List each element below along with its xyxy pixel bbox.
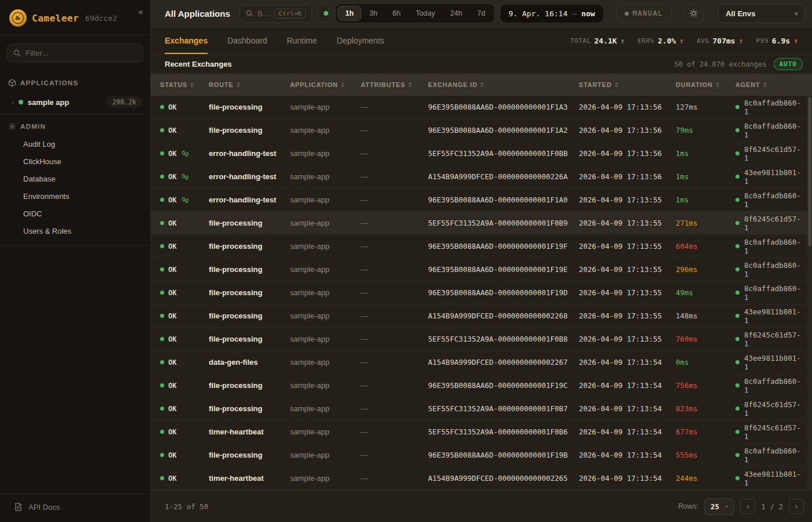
sidebar-item-users-roles[interactable]: Users & Roles — [0, 222, 150, 240]
column-header-route[interactable]: ROUTE — [209, 81, 290, 88]
table-row[interactable]: OKerror-handling-testsample-app—96E395B0… — [151, 188, 812, 212]
table-row[interactable]: OKfile-processingsample-app—96E395B0088A… — [151, 374, 812, 397]
cell-application: sample-app — [290, 242, 361, 251]
tab-exchanges[interactable]: Exchanges — [165, 27, 208, 54]
table-row[interactable]: OKfile-processingsample-app—5EF55FC31352… — [151, 397, 812, 420]
status-label: OK — [168, 382, 176, 390]
date-range-display[interactable]: 9. Apr. 16:14 – now — [501, 5, 603, 23]
table-row[interactable]: OKdata-gen-filessample-app—A154B9A999DFC… — [151, 351, 812, 374]
cell-application: sample-app — [290, 195, 361, 204]
health-status-pill[interactable]: O — [318, 4, 329, 23]
status-dot — [19, 100, 23, 104]
cell-exchange-id: 96E395B0088AA6D-000000000001F19B — [428, 451, 579, 459]
applications-label: APPLICATIONS — [20, 79, 78, 86]
gear-icon — [8, 122, 16, 130]
agent-id: 8c0affadb860-1 — [744, 191, 803, 209]
sidebar-item-sample-app[interactable]: › sample app 208.2k — [0, 92, 150, 114]
table-row[interactable]: OKfile-processingsample-app—96E395B0088A… — [151, 119, 812, 142]
cell-route: data-gen-files — [209, 358, 290, 367]
cell-agent: 8f6245c61d57-1 — [735, 215, 803, 232]
table-row[interactable]: OKtimer-heartbeatsample-app—A154B9A999DF… — [151, 467, 812, 490]
cell-agent: 43ee9811b801-1 — [735, 168, 803, 186]
sidebar-item-api-docs[interactable]: API Docs — [0, 494, 150, 522]
sidebar-item-oidc[interactable]: OIDC — [0, 205, 150, 222]
theme-toggle-button[interactable] — [683, 3, 704, 23]
table-row[interactable]: OKtimer-heartbeatsample-app—5EF55FC31352… — [151, 420, 812, 444]
cell-application: sample-app — [290, 219, 361, 227]
stat-p99: P996.9s↑ — [756, 37, 798, 45]
time-range-3h[interactable]: 3h — [362, 6, 385, 21]
table-row[interactable]: OKfile-processingsample-app—5EF55FC31352… — [151, 212, 812, 235]
table-row[interactable]: OKfile-processingsample-app—96E395B0088A… — [151, 444, 812, 467]
auto-refresh-badge[interactable]: AUTO — [774, 58, 803, 70]
cell-application: sample-app — [290, 335, 361, 343]
column-header-duration[interactable]: DURATION — [676, 81, 735, 88]
chevron-right-icon[interactable]: › — [12, 99, 14, 106]
tab-runtime[interactable]: Runtime — [287, 27, 317, 54]
table-row[interactable]: OKfile-processingsample-app—96E395B0088A… — [151, 281, 812, 304]
cell-duration: 127ms — [676, 103, 735, 111]
cell-attributes: — — [361, 427, 428, 436]
tab-deployments[interactable]: Deployments — [337, 27, 385, 54]
scrollbar-track[interactable] — [807, 96, 812, 490]
cell-attributes: — — [361, 126, 428, 135]
time-range-6h[interactable]: 6h — [386, 6, 408, 21]
agent-status-dot — [735, 383, 740, 387]
table-row[interactable]: OKerror-handling-testsample-app—A154B9A9… — [151, 165, 812, 188]
agent-status-dot — [735, 267, 740, 271]
sidebar-collapse-button[interactable]: « — [138, 7, 143, 17]
status-label: OK — [168, 474, 176, 483]
sidebar-filter[interactable] — [7, 44, 143, 63]
sidebar-spacer — [0, 246, 150, 494]
table-row[interactable]: OKfile-processingsample-app—5EF55FC31352… — [151, 328, 812, 351]
sidebar-item-audit-log[interactable]: Audit Log — [0, 135, 150, 153]
time-range-24h[interactable]: 24h — [443, 6, 469, 21]
time-range-1h[interactable]: 1h — [338, 6, 361, 21]
rows-per-page-select[interactable]: 25 ▾ — [704, 498, 734, 515]
global-search-button[interactable]: S… Ctrl+K — [240, 5, 312, 23]
cell-route: error-handling-test — [209, 172, 290, 181]
status-dot — [160, 407, 164, 411]
time-range-7d[interactable]: 7d — [470, 6, 492, 21]
prev-page-button[interactable]: ‹ — [740, 499, 755, 514]
time-range-group: 1h3h6hToday24h7d — [335, 3, 495, 23]
env-selected-value: All Envs — [726, 9, 755, 18]
table-row[interactable]: OKfile-processingsample-app—96E395B0088A… — [151, 258, 812, 281]
manual-refresh-button[interactable]: MANUAL — [616, 4, 672, 23]
cell-attributes: — — [361, 149, 428, 158]
pagination-bar: 1-25 of 50 Rows: 25 ▾ ‹ 1 / 2 › — [151, 490, 812, 522]
agent-status-dot — [735, 430, 740, 434]
next-page-button[interactable]: › — [789, 499, 804, 514]
column-header-exchange-id[interactable]: EXCHANGE ID — [428, 81, 579, 88]
sidebar-item-clickhouse[interactable]: ClickHouse — [0, 153, 150, 170]
column-label: APPLICATION — [290, 81, 338, 88]
row-range-text: 1-25 of 50 — [165, 502, 208, 511]
column-header-status[interactable]: STATUS — [160, 81, 209, 88]
table-row[interactable]: OKerror-handling-testsample-app—5EF55FC3… — [151, 142, 812, 165]
sidebar-item-environments[interactable]: Environments — [0, 187, 150, 205]
env-select[interactable]: All Envs ▾ — [718, 4, 805, 23]
table-row[interactable]: OKfile-processingsample-app—A154B9A999DF… — [151, 304, 812, 328]
tab-dashboard[interactable]: Dashboard — [227, 27, 267, 54]
sidebar-item-database[interactable]: Database — [0, 170, 150, 187]
column-header-agent[interactable]: AGENT — [735, 81, 803, 88]
table-row[interactable]: OKfile-processingsample-app—96E395B0088A… — [151, 96, 812, 119]
brand-name: Cameleer — [32, 13, 79, 24]
cell-exchange-id: 5EF55FC31352A9A-000000000001F0B9 — [428, 219, 579, 227]
column-header-attributes[interactable]: ATTRIBUTES — [361, 81, 428, 88]
cell-agent: 8c0affadb860-1 — [735, 284, 803, 302]
time-range-today[interactable]: Today — [409, 6, 442, 21]
table-header-row: STATUSROUTEAPPLICATIONATTRIBUTESEXCHANGE… — [151, 74, 812, 96]
column-header-started[interactable]: STARTED — [579, 81, 676, 88]
scrollbar-thumb[interactable] — [808, 97, 811, 246]
cell-started: 2026-04-09 17:13:55 — [579, 219, 676, 227]
column-header-application[interactable]: APPLICATION — [290, 81, 361, 88]
agent-id: 43ee9811b801-1 — [744, 168, 803, 186]
filter-input[interactable] — [26, 49, 137, 57]
cell-exchange-id: 5EF55FC31352A9A-000000000001F0BB — [428, 149, 579, 158]
cell-duration: 604ms — [676, 242, 735, 251]
date-to: now — [581, 9, 594, 18]
agent-id: 43ee9811b801-1 — [744, 354, 803, 371]
cell-agent: 43ee9811b801-1 — [735, 470, 803, 487]
table-row[interactable]: OKfile-processingsample-app—96E395B0088A… — [151, 235, 812, 258]
